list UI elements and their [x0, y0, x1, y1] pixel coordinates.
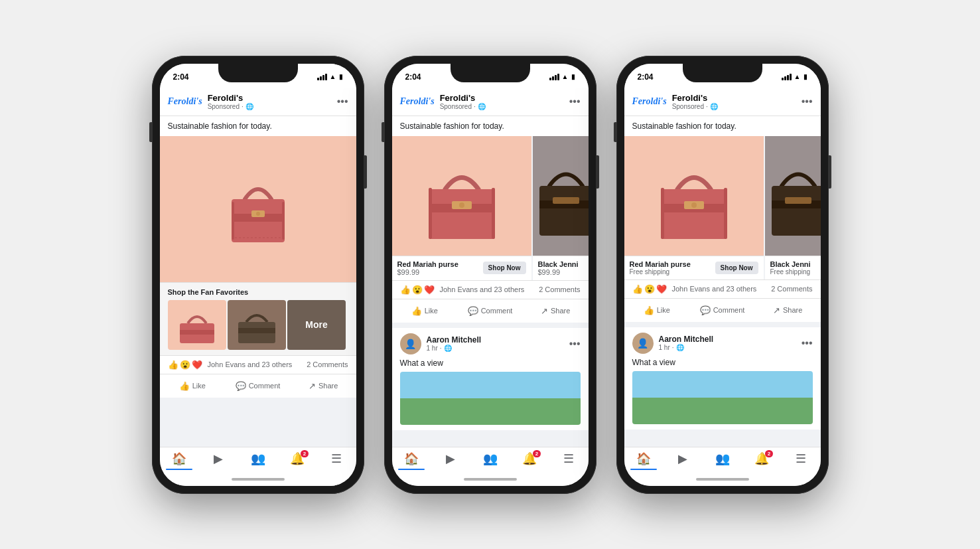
- comment-text-3: What a view: [632, 358, 813, 367]
- reaction-emojis-1: 👍😮❤️: [168, 360, 202, 370]
- comment-button-2[interactable]: 💬 Comment: [457, 302, 523, 320]
- comment-count-2: 2 Comments: [539, 285, 580, 293]
- nav-home-1[interactable]: 🏠: [160, 451, 199, 466]
- nav-groups-3[interactable]: 👥: [703, 451, 742, 466]
- share-button-2[interactable]: ↗ Share: [523, 302, 589, 320]
- svg-rect-13: [429, 189, 495, 239]
- product-shipping-2-3: Free shipping: [770, 268, 821, 275]
- svg-rect-8: [180, 330, 214, 335]
- nav-bell-3[interactable]: 🔔 2: [742, 451, 781, 466]
- share-button-3[interactable]: ↗ Share: [755, 301, 821, 319]
- nav-menu-2[interactable]: ☰: [549, 451, 588, 466]
- nav-menu-3[interactable]: ☰: [781, 451, 820, 466]
- carousel-item-1-2[interactable]: Red Mariah purse $99.99 Shop Now: [392, 136, 531, 280]
- screen-content-3[interactable]: Feroldi's Feroldi's Sponsored · 🌐 ••• Su…: [624, 88, 821, 447]
- screen-content-2[interactable]: Feroldi's Feroldi's Sponsored · 🌐 ••• Su…: [392, 88, 589, 447]
- globe-icon-2: 🌐: [478, 103, 486, 110]
- product-name-2-2: Black Jenni: [538, 260, 589, 268]
- comment-button-1[interactable]: 💬 Comment: [225, 377, 291, 395]
- product-caption-1-2: Red Mariah purse $99.99 Shop Now: [392, 256, 531, 280]
- page-info-2: Feroldi's Sponsored · 🌐: [440, 93, 564, 110]
- carousel-item-2-2[interactable]: Black Jenni $99.99: [533, 136, 589, 280]
- status-icons-2: ▲ ▮: [549, 73, 575, 80]
- time-3: 2:04: [638, 72, 654, 82]
- screen-content-1[interactable]: Feroldi's Feroldi's Sponsored · 🌐 ••• Su…: [160, 88, 356, 447]
- like-button-1[interactable]: 👍 Like: [160, 377, 226, 395]
- ad-carousel-3[interactable]: Red Mariah purse Free shipping Shop Now: [624, 136, 821, 279]
- svg-rect-10: [238, 328, 275, 333]
- reactions-bar-3: 👍😮❤️ John Evans and 23 others 2 Comments: [624, 279, 821, 298]
- bottom-nav-3: 🏠 ▶ 👥 🔔 2 ☰: [624, 447, 821, 473]
- like-button-2[interactable]: 👍 Like: [392, 302, 458, 320]
- groups-icon-2: 👥: [483, 451, 498, 466]
- comment-text-2: What a view: [400, 358, 581, 368]
- shop-section-title-1: Shop the Fan Favorites: [168, 288, 348, 296]
- post-text-2: Sustainable fashion for today.: [392, 116, 589, 136]
- more-options-1[interactable]: •••: [337, 96, 348, 108]
- share-button-1[interactable]: ↗ Share: [291, 377, 356, 395]
- comment-user-info-2: Aaron Mitchell 1 hr · 🌐: [427, 335, 564, 352]
- svg-rect-18: [492, 188, 495, 239]
- nav-menu-1[interactable]: ☰: [316, 451, 356, 466]
- notch-2: [451, 64, 530, 82]
- thumb-more-1[interactable]: More: [287, 300, 346, 350]
- groups-icon-1: 👥: [251, 451, 265, 466]
- nav-home-2[interactable]: 🏠: [392, 451, 431, 466]
- reaction-text-3: John Evans and 23 others: [672, 285, 757, 293]
- action-buttons-3: 👍 Like 💬 Comment ↗ Share: [624, 298, 821, 322]
- like-button-3[interactable]: 👍 Like: [624, 301, 690, 319]
- notification-badge-2: 2: [533, 450, 541, 457]
- svg-rect-22: [661, 189, 727, 239]
- comment-meta-3: 1 hr · 🌐: [659, 344, 796, 351]
- thumb-1[interactable]: [168, 300, 226, 350]
- svg-point-25: [691, 202, 697, 208]
- svg-rect-19: [539, 186, 589, 236]
- nav-groups-2[interactable]: 👥: [470, 451, 510, 466]
- fb-header-1: Feroldi's Feroldi's Sponsored · 🌐 •••: [160, 88, 356, 116]
- product-price-2-2: $99.99: [538, 268, 589, 276]
- ad-image-1: [160, 136, 356, 282]
- signal-icon-1: [317, 74, 327, 80]
- fb-header-3: Feroldi's Feroldi's Sponsored · 🌐 •••: [624, 88, 821, 116]
- globe-icon-comment-3: 🌐: [676, 344, 684, 351]
- home-indicator-2: [392, 473, 589, 486]
- comment-button-3[interactable]: 💬 Comment: [689, 301, 755, 319]
- shop-now-btn-1-2[interactable]: Shop Now: [483, 262, 526, 274]
- more-options-3[interactable]: •••: [802, 96, 813, 108]
- nav-video-2[interactable]: ▶: [431, 451, 470, 466]
- handbag-svg-1: [215, 166, 301, 252]
- nav-bell-2[interactable]: 🔔 2: [510, 451, 549, 466]
- carousel-item-1-3[interactable]: Red Mariah purse Free shipping Shop Now: [624, 136, 764, 279]
- ad-carousel-2[interactable]: Red Mariah purse $99.99 Shop Now: [392, 136, 589, 280]
- nav-bell-1[interactable]: 🔔 2: [277, 451, 316, 466]
- phone-2: 2:04 ▲ ▮ Feroldi's Feroldi's Spon: [384, 56, 596, 494]
- comment-dots-3[interactable]: •••: [802, 337, 813, 349]
- svg-point-16: [459, 202, 464, 208]
- page-info-1: Feroldi's Sponsored · 🌐: [208, 93, 332, 110]
- product-thumbs-1: More: [168, 300, 348, 350]
- signal-icon-3: [782, 74, 792, 80]
- phone-1: 2:04 ▲ ▮ Feroldi's Feroldi's: [152, 56, 364, 494]
- bottom-nav-1: 🏠 ▶ 👥 🔔 2 ☰: [160, 447, 356, 473]
- page-info-3: Feroldi's Sponsored · 🌐: [672, 93, 796, 110]
- shop-now-btn-1-3[interactable]: Shop Now: [715, 262, 758, 274]
- nav-home-3[interactable]: 🏠: [624, 451, 664, 466]
- sponsored-1: Sponsored · 🌐: [208, 103, 332, 110]
- globe-icon-1: 🌐: [245, 103, 253, 110]
- battery-icon-3: ▮: [804, 73, 807, 80]
- carousel-item-2-3[interactable]: Black Jenni Free shipping: [765, 136, 821, 279]
- comment-username-3: Aaron Mitchell: [659, 335, 796, 344]
- menu-icon-3: ☰: [796, 451, 806, 466]
- svg-rect-26: [661, 188, 664, 239]
- comment-dots-2[interactable]: •••: [569, 338, 581, 350]
- wifi-icon-3: ▲: [794, 73, 801, 80]
- product-image-pink-2: [392, 136, 531, 256]
- more-options-2[interactable]: •••: [569, 96, 581, 108]
- thumb-2[interactable]: [228, 300, 286, 350]
- nav-groups-1[interactable]: 👥: [238, 451, 277, 466]
- reactions-left-1: 👍😮❤️ John Evans and 23 others: [168, 360, 293, 370]
- nav-video-1[interactable]: ▶: [199, 451, 238, 466]
- nav-video-3[interactable]: ▶: [664, 451, 703, 466]
- page-name-1: Feroldi's: [208, 93, 332, 103]
- post-text-1: Sustainable fashion for today.: [160, 116, 356, 136]
